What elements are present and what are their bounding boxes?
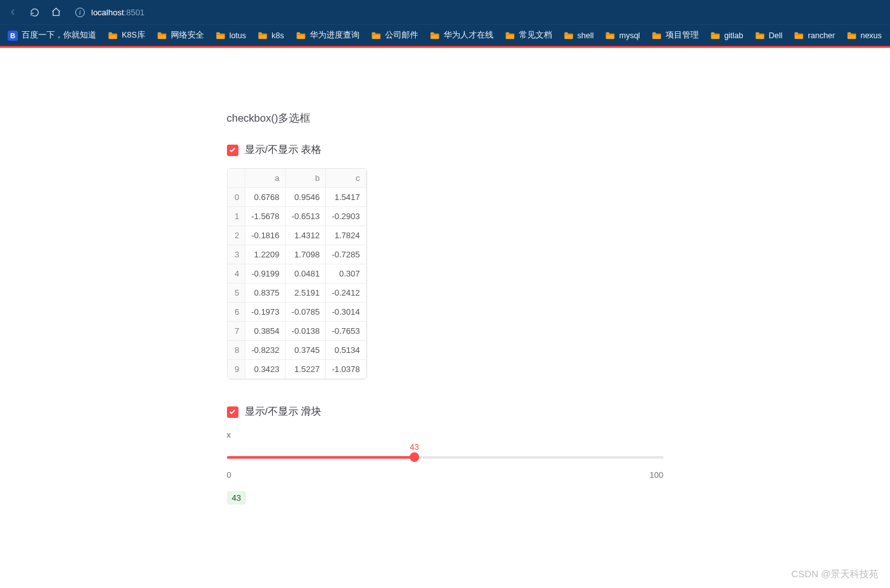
svg-rect-4 xyxy=(296,34,305,34)
bookmark-item[interactable]: 网络安全 xyxy=(157,30,204,41)
bookmark-label: 公司邮件 xyxy=(385,30,418,41)
bookmark-label: 华为进度查询 xyxy=(310,30,360,41)
bookmark-item[interactable]: k8s xyxy=(258,31,284,40)
folder-icon xyxy=(564,31,574,40)
bookmark-item[interactable]: lotus xyxy=(215,31,246,40)
bookmark-item[interactable]: mysql xyxy=(605,31,640,40)
bookmark-item[interactable]: 华为人才在线 xyxy=(430,30,493,41)
table-row[interactable]: 4-0.91990.04810.307 xyxy=(228,264,367,283)
bookmark-item[interactable]: gitlab xyxy=(710,31,743,40)
table-row[interactable]: 2-0.18161.43121.7824 xyxy=(228,226,367,245)
column-header[interactable] xyxy=(228,169,245,188)
cell: 8 xyxy=(228,341,245,360)
bookmark-item[interactable]: B百度一下，你就知道 xyxy=(8,30,96,41)
column-header[interactable]: c xyxy=(326,169,366,188)
cell: 1.5227 xyxy=(286,360,326,379)
slider-max: 100 xyxy=(650,470,664,480)
table-row[interactable]: 00.67680.95461.5417 xyxy=(228,188,367,207)
bookmarks-bar: B百度一下，你就知道K8S库网络安全lotusk8s华为进度查询公司邮件华为人才… xyxy=(0,24,890,46)
bookmark-item[interactable]: 公司邮件 xyxy=(371,30,418,41)
table-row[interactable]: 6-0.1973-0.0785-0.3014 xyxy=(228,303,367,322)
table-row[interactable]: 31.22091.7098-0.7285 xyxy=(228,245,367,264)
cell: 5 xyxy=(228,283,245,303)
slider-thumb[interactable] xyxy=(410,452,419,462)
table-row[interactable]: 90.34231.5227-1.0378 xyxy=(228,360,367,379)
checkbox-icon[interactable] xyxy=(227,406,238,418)
slider-value-label: 43 xyxy=(410,442,419,452)
svg-rect-10 xyxy=(652,34,660,34)
site-info-icon[interactable]: i xyxy=(75,8,85,17)
bookmark-item[interactable]: nexus xyxy=(847,31,882,40)
bookmark-label: shell xyxy=(578,31,594,40)
bookmark-label: K8S库 xyxy=(122,30,145,41)
cell: -0.1816 xyxy=(245,226,286,245)
cell: 0.307 xyxy=(326,264,366,283)
home-icon[interactable] xyxy=(50,6,62,18)
cell: 1 xyxy=(228,207,245,226)
cell: 0 xyxy=(228,188,245,207)
folder-icon xyxy=(605,31,615,40)
bookmark-item[interactable]: 华为进度查询 xyxy=(296,30,360,41)
output-value: 43 xyxy=(227,491,246,505)
column-header[interactable]: a xyxy=(245,169,286,188)
bookmark-label: 华为人才在线 xyxy=(444,30,493,41)
bookmark-item[interactable]: 项目管理 xyxy=(652,30,699,41)
table-row[interactable]: 50.83752.5191-0.2412 xyxy=(228,283,367,303)
svg-rect-14 xyxy=(847,34,856,34)
folder-icon xyxy=(505,31,515,40)
cell: 7 xyxy=(228,322,245,341)
content-column: checkbox()多选框 显示/不显示 表格 abc00.67680.9546… xyxy=(227,111,664,505)
cell: -0.7285 xyxy=(326,245,366,264)
cell: -0.0785 xyxy=(286,303,326,322)
cell: 0.3423 xyxy=(245,360,286,379)
slider[interactable]: 43 xyxy=(227,446,664,465)
bookmark-label: rancher xyxy=(808,31,835,40)
url-bar[interactable]: i localhost:8501 xyxy=(75,8,145,17)
cell: 0.0481 xyxy=(286,264,326,283)
bookmark-item[interactable]: K8S库 xyxy=(108,30,145,41)
folder-icon xyxy=(371,31,381,40)
folder-icon xyxy=(794,31,804,40)
bookmark-item[interactable]: Dell xyxy=(755,31,783,40)
cell: -0.1973 xyxy=(245,303,286,322)
cell: 1.5417 xyxy=(326,188,366,207)
slider-label: x xyxy=(227,430,664,440)
table-row[interactable]: 1-1.5678-0.6513-0.2903 xyxy=(228,207,367,226)
cell: 0.6768 xyxy=(245,188,286,207)
slider-min: 0 xyxy=(227,470,231,480)
bookmark-label: nexus xyxy=(861,31,882,40)
cell: -0.0138 xyxy=(286,322,326,341)
back-icon[interactable] xyxy=(6,6,19,18)
cell: 4 xyxy=(228,264,245,283)
cell: -0.8232 xyxy=(245,341,286,360)
folder-icon xyxy=(258,31,268,40)
checkbox-icon[interactable] xyxy=(227,145,238,156)
bookmark-item[interactable]: rancher xyxy=(794,31,835,40)
table-row[interactable]: 70.3854-0.0138-0.7653 xyxy=(228,322,367,341)
cell: 1.7824 xyxy=(326,226,366,245)
bookmark-label: 常见文档 xyxy=(519,30,552,41)
cell: 0.5134 xyxy=(326,341,366,360)
checkbox-show-slider[interactable]: 显示/不显示 滑块 xyxy=(227,405,664,419)
svg-rect-6 xyxy=(430,34,439,34)
cell: -0.2412 xyxy=(326,283,366,303)
cell: 0.8375 xyxy=(245,283,286,303)
data-table[interactable]: abc00.67680.95461.54171-1.5678-0.6513-0.… xyxy=(227,168,367,380)
column-header[interactable]: b xyxy=(286,169,326,188)
bookmark-label: gitlab xyxy=(724,31,743,40)
svg-rect-5 xyxy=(372,34,380,34)
cell: -1.0378 xyxy=(326,360,366,379)
bookmark-item[interactable]: 常见文档 xyxy=(505,30,552,41)
bookmark-item[interactable]: shell xyxy=(564,31,594,40)
table-row[interactable]: 8-0.82320.37450.5134 xyxy=(228,341,367,360)
cell: 2.5191 xyxy=(286,283,326,303)
bookmark-label: lotus xyxy=(230,31,246,40)
svg-rect-9 xyxy=(606,34,615,34)
refresh-icon[interactable] xyxy=(28,6,41,18)
checkbox-show-table[interactable]: 显示/不显示 表格 xyxy=(227,143,664,157)
cell: 1.2209 xyxy=(245,245,286,264)
folder-icon xyxy=(296,31,306,40)
cell: 3 xyxy=(228,245,245,264)
bookmark-label: k8s xyxy=(272,31,284,40)
slider-range: 0 100 xyxy=(227,470,664,480)
